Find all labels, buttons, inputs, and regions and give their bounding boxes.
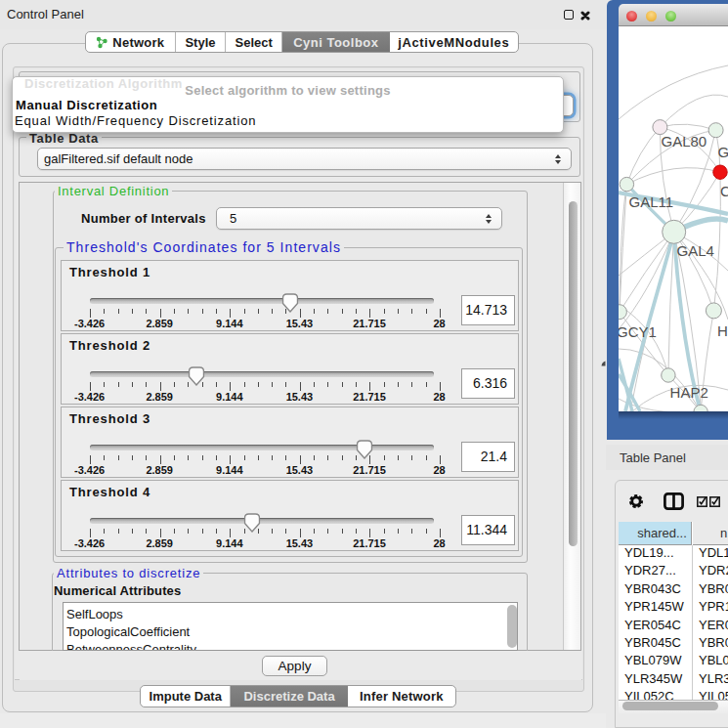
svg-text:HAP2: HAP2 <box>670 384 708 401</box>
svg-text:GA: GA <box>718 144 728 160</box>
svg-text:GAL4: GAL4 <box>677 242 714 259</box>
svg-text:GAL11: GAL11 <box>629 193 674 210</box>
svg-text:GAL80: GAL80 <box>662 133 707 150</box>
svg-text:C: C <box>720 183 728 199</box>
svg-text:GCY1: GCY1 <box>619 323 657 340</box>
svg-text:H: H <box>717 322 728 339</box>
